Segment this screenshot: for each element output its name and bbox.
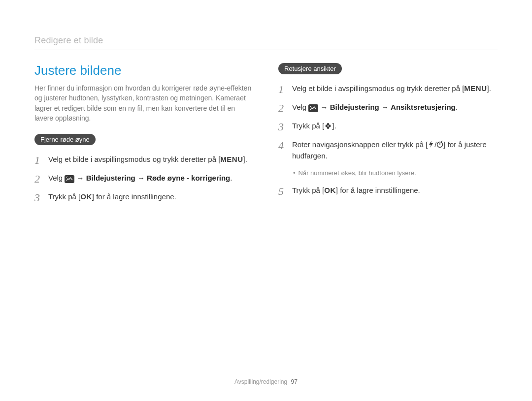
step-number: 2: [278, 102, 287, 114]
text: Velg: [292, 103, 308, 111]
step-body: Trykk på [OK] for å lagre innstillingene…: [48, 191, 254, 203]
text: Roter navigasjonsknappen eller trykk på …: [292, 140, 428, 149]
text: Trykk på [: [48, 192, 80, 201]
macro-icon: [324, 122, 332, 130]
edit-icon: [308, 104, 318, 112]
step-number: 1: [34, 154, 43, 166]
ok-label: OK: [80, 192, 92, 201]
divider: [34, 50, 498, 50]
step-4: 4 Roter navigasjonsknappen eller trykk p…: [278, 139, 498, 161]
footer-section: Avspilling/redigering: [234, 378, 287, 385]
step-1: 1 Velg et bilde i avspillingsmodus og tr…: [34, 154, 254, 166]
bold-text: Ansiktsretusjering: [391, 103, 456, 111]
step-body: Velg et bilde i avspillingsmodus og tryk…: [48, 154, 254, 165]
ok-label: OK: [324, 186, 336, 194]
menu-label: MENU: [464, 84, 487, 93]
text: Velg et bilde i avspillingsmodus og tryk…: [292, 84, 464, 93]
text: →: [379, 103, 391, 111]
bold-text: Bildejustering: [86, 174, 135, 182]
text: Trykk på [: [292, 186, 324, 194]
left-column: Justere bildene Her finner du informasjo…: [34, 63, 254, 210]
step-number: 4: [278, 139, 287, 151]
text: ] for å lagre innstillingene.: [336, 186, 420, 194]
page-number: 97: [291, 378, 298, 385]
manual-page: Redigere et bilde Justere bildene Her fi…: [0, 0, 532, 401]
step-body: Roter navigasjonsknappen eller trykk på …: [292, 139, 498, 161]
timer-icon: [436, 140, 443, 148]
edit-icon: [65, 175, 74, 183]
step-body: Velg → Bildejustering → Røde øyne - korr…: [48, 173, 254, 184]
bold-text: Bildejustering: [330, 103, 379, 111]
step-4-note: Når nummeret økes, blir hudtonen lysere.: [293, 168, 498, 178]
section-title: Justere bildene: [34, 63, 254, 78]
step-2: 2 Velg → Bildejustering → Ansiktsretusje…: [278, 102, 498, 114]
step-3: 3 Trykk på [].: [278, 121, 498, 132]
text: →: [318, 103, 330, 111]
step-2: 2 Velg → Bildejustering → Røde øyne - ko…: [34, 173, 254, 185]
text: ].: [243, 155, 247, 163]
step-1: 1 Velg et bilde i avspillingsmodus og tr…: [278, 83, 498, 95]
step-number: 5: [278, 185, 287, 197]
step-number: 3: [34, 191, 43, 203]
step-5: 5 Trykk på [OK] for å lagre innstillinge…: [278, 185, 498, 197]
text: →: [74, 174, 86, 182]
text: .: [230, 174, 232, 182]
step-number: 2: [34, 173, 43, 185]
svg-rect-4: [310, 106, 311, 107]
step-body: Velg → Bildejustering → Ansiktsretusjeri…: [292, 102, 498, 113]
text: Velg et bilde i avspillingsmodus og tryk…: [48, 155, 220, 163]
right-column: Retusjere ansikter 1 Velg et bilde i avs…: [278, 63, 498, 210]
text: ].: [332, 122, 336, 130]
step-body: Trykk på [].: [292, 121, 498, 132]
step-body: Trykk på [OK] for å lagre innstillingene…: [292, 185, 498, 196]
pill-red-eye: Fjerne røde øyne: [34, 134, 96, 145]
content-columns: Justere bildene Her finner du informasjo…: [34, 63, 498, 210]
menu-label: MENU: [220, 155, 243, 163]
text: Trykk på [: [292, 122, 324, 130]
svg-point-5: [328, 125, 329, 127]
text: ] for å lagre innstillingene.: [92, 192, 176, 201]
step-number: 3: [278, 121, 287, 132]
text: →: [135, 174, 147, 182]
step-3: 3 Trykk på [OK] for å lagre innstillinge…: [34, 191, 254, 203]
page-footer: Avspilling/redigering 97: [0, 378, 532, 385]
pill-retouch-face: Retusjere ansikter: [278, 63, 342, 74]
step-body: Velg et bilde i avspillingsmodus og tryk…: [292, 83, 498, 94]
text: .: [456, 103, 458, 111]
bold-text: Røde øyne - korrigering: [147, 174, 230, 182]
text: Velg: [48, 174, 65, 182]
svg-rect-2: [66, 177, 67, 178]
text: ].: [487, 84, 491, 93]
page-header: Redigere et bilde: [34, 35, 498, 46]
flash-icon: [428, 140, 434, 148]
intro-text: Her finner du informasjon om hvordan du …: [34, 83, 254, 123]
step-number: 1: [278, 83, 287, 95]
